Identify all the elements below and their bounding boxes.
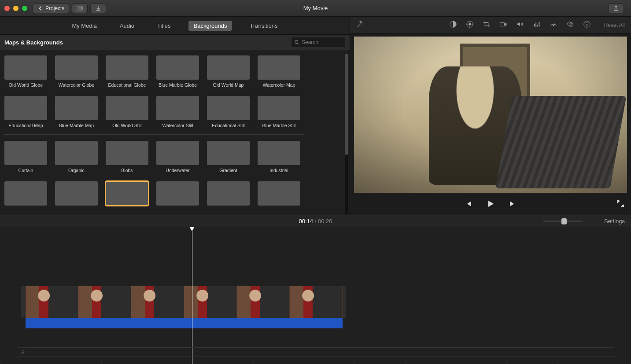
thumb-educational-map[interactable]: Educational Map xyxy=(4,96,47,129)
tab-backgrounds[interactable]: Backgrounds xyxy=(188,21,232,31)
thumb-tile xyxy=(106,181,148,206)
thumb-tile xyxy=(258,96,300,120)
thumb-label: Educational Map xyxy=(8,123,43,129)
thumb-tile xyxy=(258,55,300,80)
thumb-bg4[interactable] xyxy=(156,181,199,209)
tab-transitions[interactable]: Transitions xyxy=(244,21,283,31)
thumb-old-world-still[interactable]: Old World Still xyxy=(106,96,148,129)
svg-line-6 xyxy=(298,43,299,44)
share-button[interactable] xyxy=(608,4,624,13)
scrollbar[interactable] xyxy=(345,54,348,215)
settings-button[interactable]: Settings xyxy=(604,218,625,224)
minimize-icon[interactable] xyxy=(13,6,18,11)
projects-button[interactable]: Projects xyxy=(33,4,69,13)
zoom-slider[interactable] xyxy=(543,221,583,222)
camera-icon[interactable] xyxy=(499,20,507,29)
thumb-label: Organic xyxy=(68,168,85,173)
thumb-blue-marble-map[interactable]: Blue Marble Map xyxy=(55,96,98,129)
volume-icon[interactable] xyxy=(516,20,524,29)
thumb-label: Educational Globe xyxy=(108,83,146,88)
thumb-watercolor-still[interactable]: Watercolor Still xyxy=(156,96,199,129)
effects-icon[interactable] xyxy=(566,20,574,29)
thumb-tile xyxy=(156,96,199,120)
thumb-blue-marble-still[interactable]: Blue Marble Still xyxy=(258,96,300,129)
prev-button[interactable] xyxy=(464,199,473,210)
adjust-bar: Reset All xyxy=(350,17,631,34)
thumb-tile xyxy=(106,141,148,165)
total-time: 00:26 xyxy=(318,218,332,224)
speed-icon[interactable] xyxy=(550,20,557,29)
thumb-label: Blobs xyxy=(121,168,133,173)
thumb-organic[interactable]: Organic xyxy=(55,141,98,173)
thumb-gradient[interactable]: Gradient xyxy=(207,141,250,173)
thumb-bg1[interactable] xyxy=(4,181,47,209)
thumb-watercolor-map[interactable]: Watercolor Map xyxy=(258,55,300,88)
timeline-ruler xyxy=(0,360,631,364)
thumb-blobs[interactable]: Blobs xyxy=(106,141,148,173)
info-icon[interactable] xyxy=(583,20,591,29)
thumb-label: Underwater xyxy=(166,168,189,173)
tab-my-media[interactable]: My Media xyxy=(66,21,102,31)
thumb-old-world-globe[interactable]: Old World Globe xyxy=(4,55,47,88)
library-toggle-button[interactable] xyxy=(72,4,88,13)
thumb-label: Old World Still xyxy=(112,123,141,129)
eq-icon[interactable] xyxy=(533,20,541,29)
timeline[interactable] xyxy=(0,227,631,364)
reset-all-button[interactable]: Reset All xyxy=(604,22,625,28)
thumb-curtain[interactable]: Curtain xyxy=(4,141,47,173)
thumb-bg6[interactable] xyxy=(258,181,300,209)
music-icon xyxy=(21,349,26,355)
thumb-label: Watercolor Globe xyxy=(59,83,94,88)
thumb-industrial[interactable]: Industrial xyxy=(258,141,300,173)
thumb-bg5[interactable] xyxy=(207,181,250,209)
thumb-watercolor-globe[interactable]: Watercolor Globe xyxy=(55,55,98,88)
thumb-bg3[interactable] xyxy=(106,181,148,209)
thumb-blue-marble-globe[interactable]: Blue Marble Globe xyxy=(156,55,199,88)
balance-icon[interactable] xyxy=(449,20,457,29)
crop-icon[interactable] xyxy=(483,20,491,29)
video-clip[interactable] xyxy=(26,286,343,328)
thumb-label: Curtain xyxy=(18,168,33,173)
clip-thumbnails xyxy=(26,286,343,318)
clip-audio-strip[interactable] xyxy=(26,318,343,328)
thumb-label: Industrial xyxy=(269,168,288,173)
next-button[interactable] xyxy=(508,199,517,210)
thumb-educational-globe[interactable]: Educational Globe xyxy=(106,55,148,88)
thumb-underwater[interactable]: Underwater xyxy=(156,141,199,173)
svg-rect-14 xyxy=(500,23,504,26)
color-wheel-icon[interactable] xyxy=(466,20,474,29)
svg-rect-0 xyxy=(77,6,79,10)
thumb-tile xyxy=(207,181,250,206)
thumb-old-world-map[interactable]: Old World Map xyxy=(207,55,250,88)
close-icon[interactable] xyxy=(4,6,10,11)
svg-point-22 xyxy=(569,23,573,27)
thumb-tile xyxy=(55,96,98,120)
search-field[interactable] xyxy=(302,39,343,45)
play-button[interactable] xyxy=(486,199,495,210)
thumb-tile xyxy=(4,96,47,120)
svg-point-5 xyxy=(295,40,298,44)
music-lane[interactable] xyxy=(17,347,614,357)
thumb-label: Old World Map xyxy=(213,83,244,88)
import-button[interactable] xyxy=(90,4,106,13)
tab-titles[interactable]: Titles xyxy=(152,21,176,31)
thumb-educational-still[interactable]: Educational Still xyxy=(207,96,250,129)
thumb-bg2[interactable] xyxy=(55,181,98,209)
browser-section-title: Maps & Backgrounds xyxy=(4,39,63,46)
playhead[interactable] xyxy=(192,227,192,364)
thumb-label: Blue Marble Globe xyxy=(159,83,197,88)
clip-handle-left[interactable] xyxy=(21,286,25,318)
svg-point-21 xyxy=(567,22,571,26)
search-icon xyxy=(294,40,299,45)
thumb-tile xyxy=(207,96,250,120)
preview-pane: Reset All xyxy=(350,17,631,215)
search-input[interactable] xyxy=(292,37,345,47)
maximize-icon[interactable] xyxy=(22,6,27,11)
thumb-tile xyxy=(207,141,250,165)
clip-handle-right[interactable] xyxy=(343,286,346,318)
fullscreen-button[interactable] xyxy=(616,199,625,210)
window-controls xyxy=(4,6,27,11)
wand-icon[interactable] xyxy=(356,20,364,29)
tab-audio[interactable]: Audio xyxy=(114,21,140,31)
projects-label: Projects xyxy=(45,5,64,11)
